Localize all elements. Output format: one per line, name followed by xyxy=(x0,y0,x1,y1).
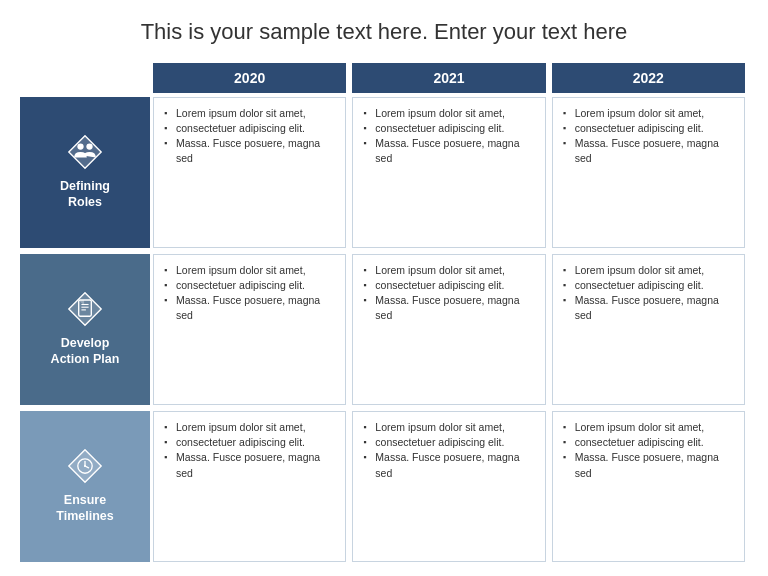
svg-point-13 xyxy=(84,465,86,467)
header-row: 2020 2021 2022 xyxy=(20,63,748,93)
list-item: consectetuer adipiscing elit. xyxy=(363,435,534,450)
list-item: consectetuer adipiscing elit. xyxy=(164,121,335,136)
list-ensure-timelines-2022: Lorem ipsum dolor sit amet, consectetuer… xyxy=(563,420,734,481)
svg-point-2 xyxy=(86,143,92,149)
row-defining-roles: DefiningRoles Lorem ipsum dolor sit amet… xyxy=(20,97,748,248)
list-item: Massa. Fusce posuere, magna sed xyxy=(563,136,734,166)
list-item: Massa. Fusce posuere, magna sed xyxy=(164,293,335,323)
cell-ensure-timelines-2020: Lorem ipsum dolor sit amet, consectetuer… xyxy=(153,411,346,562)
list-item: Lorem ipsum dolor sit amet, xyxy=(563,106,734,121)
people-icon xyxy=(67,134,103,170)
svg-point-1 xyxy=(77,143,83,149)
header-col-2021: 2021 xyxy=(352,63,545,93)
list-defining-roles-2020: Lorem ipsum dolor sit amet, consectetuer… xyxy=(164,106,335,167)
list-item: Massa. Fusce posuere, magna sed xyxy=(363,136,534,166)
list-defining-roles-2022: Lorem ipsum dolor sit amet, consectetuer… xyxy=(563,106,734,167)
cell-develop-action-plan-2020: Lorem ipsum dolor sit amet, consectetuer… xyxy=(153,254,346,405)
cell-defining-roles-2020: Lorem ipsum dolor sit amet, consectetuer… xyxy=(153,97,346,248)
list-item: Massa. Fusce posuere, magna sed xyxy=(363,293,534,323)
row-ensure-timelines: EnsureTimelines Lorem ipsum dolor sit am… xyxy=(20,411,748,562)
list-item: consectetuer adipiscing elit. xyxy=(563,278,734,293)
row-label-ensure-timelines: EnsureTimelines xyxy=(56,492,113,525)
row-header-defining-roles: DefiningRoles xyxy=(20,97,150,248)
list-item: Lorem ipsum dolor sit amet, xyxy=(563,420,734,435)
list-item: Massa. Fusce posuere, magna sed xyxy=(363,450,534,480)
document-icon xyxy=(67,291,103,327)
cell-ensure-timelines-2022: Lorem ipsum dolor sit amet, consectetuer… xyxy=(552,411,745,562)
cell-ensure-timelines-2021: Lorem ipsum dolor sit amet, consectetuer… xyxy=(352,411,545,562)
list-item: Lorem ipsum dolor sit amet, xyxy=(563,263,734,278)
roadmap-table: 2020 2021 2022 DefiningRo xyxy=(20,63,748,562)
list-item: Lorem ipsum dolor sit amet, xyxy=(363,263,534,278)
svg-marker-3 xyxy=(69,293,101,325)
page-title: This is your sample text here. Enter you… xyxy=(20,18,748,47)
row-header-ensure-timelines: EnsureTimelines xyxy=(20,411,150,562)
data-rows: DefiningRoles Lorem ipsum dolor sit amet… xyxy=(20,97,748,562)
list-ensure-timelines-2020: Lorem ipsum dolor sit amet, consectetuer… xyxy=(164,420,335,481)
list-item: Lorem ipsum dolor sit amet, xyxy=(164,263,335,278)
svg-marker-0 xyxy=(69,136,101,168)
clock-icon xyxy=(67,448,103,484)
row-header-develop-action-plan: DevelopAction Plan xyxy=(20,254,150,405)
list-item: consectetuer adipiscing elit. xyxy=(563,121,734,136)
list-item: consectetuer adipiscing elit. xyxy=(563,435,734,450)
list-item: consectetuer adipiscing elit. xyxy=(164,435,335,450)
list-item: consectetuer adipiscing elit. xyxy=(363,278,534,293)
header-empty xyxy=(20,63,150,93)
list-item: Lorem ipsum dolor sit amet, xyxy=(164,420,335,435)
cell-defining-roles-2021: Lorem ipsum dolor sit amet, consectetuer… xyxy=(352,97,545,248)
list-item: consectetuer adipiscing elit. xyxy=(164,278,335,293)
row-develop-action-plan: DevelopAction Plan Lorem ipsum dolor sit… xyxy=(20,254,748,405)
cell-develop-action-plan-2022: Lorem ipsum dolor sit amet, consectetuer… xyxy=(552,254,745,405)
list-develop-action-plan-2020: Lorem ipsum dolor sit amet, consectetuer… xyxy=(164,263,335,324)
list-item: Lorem ipsum dolor sit amet, xyxy=(363,106,534,121)
list-develop-action-plan-2021: Lorem ipsum dolor sit amet, consectetuer… xyxy=(363,263,534,324)
list-item: Massa. Fusce posuere, magna sed xyxy=(164,450,335,480)
list-develop-action-plan-2022: Lorem ipsum dolor sit amet, consectetuer… xyxy=(563,263,734,324)
list-item: Massa. Fusce posuere, magna sed xyxy=(563,450,734,480)
list-item: Lorem ipsum dolor sit amet, xyxy=(363,420,534,435)
row-label-defining-roles: DefiningRoles xyxy=(60,178,110,211)
row-label-develop-action-plan: DevelopAction Plan xyxy=(51,335,120,368)
cell-develop-action-plan-2021: Lorem ipsum dolor sit amet, consectetuer… xyxy=(352,254,545,405)
list-defining-roles-2021: Lorem ipsum dolor sit amet, consectetuer… xyxy=(363,106,534,167)
list-item: Lorem ipsum dolor sit amet, xyxy=(164,106,335,121)
list-item: consectetuer adipiscing elit. xyxy=(363,121,534,136)
header-col-2020: 2020 xyxy=(153,63,346,93)
header-col-2022: 2022 xyxy=(552,63,745,93)
list-ensure-timelines-2021: Lorem ipsum dolor sit amet, consectetuer… xyxy=(363,420,534,481)
list-item: Massa. Fusce posuere, magna sed xyxy=(563,293,734,323)
cell-defining-roles-2022: Lorem ipsum dolor sit amet, consectetuer… xyxy=(552,97,745,248)
list-item: Massa. Fusce posuere, magna sed xyxy=(164,136,335,166)
